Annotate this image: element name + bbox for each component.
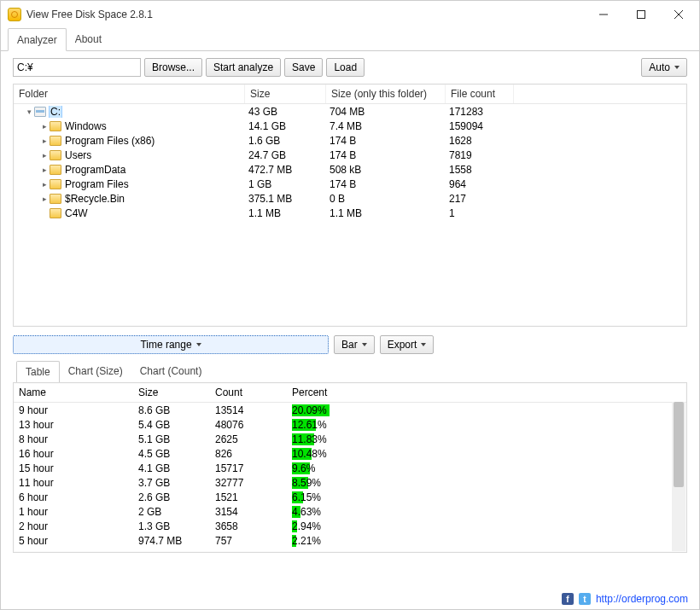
facebook-icon[interactable]: f bbox=[562, 593, 574, 605]
table-row[interactable]: 11 hour3.7 GB327778.59% bbox=[14, 475, 686, 490]
minimize-button[interactable] bbox=[585, 2, 622, 27]
tree-cell-size_only: 7.4 MB bbox=[330, 120, 449, 132]
table-cell-percent: 2.94% bbox=[292, 520, 650, 532]
tree-item-label: C: bbox=[50, 106, 61, 118]
save-button[interactable]: Save bbox=[284, 58, 323, 77]
table-cell-size: 974.7 MB bbox=[138, 535, 215, 547]
tab-chart-count[interactable]: Chart (Count) bbox=[131, 361, 211, 382]
percent-text: 12.61% bbox=[292, 419, 327, 431]
col-file-count[interactable]: File count bbox=[446, 84, 514, 103]
tab-about[interactable]: About bbox=[67, 28, 110, 50]
expand-icon[interactable]: ▸ bbox=[39, 151, 50, 160]
folder-icon bbox=[50, 150, 61, 160]
table-cell-count: 48076 bbox=[215, 419, 292, 431]
scrollbar-thumb[interactable] bbox=[674, 402, 684, 487]
table-cell-name: 11 hour bbox=[19, 477, 138, 489]
tree-body[interactable]: ▾C:43 GB704 MB171283▸Windows14.1 GB7.4 M… bbox=[14, 104, 686, 326]
tree-cell-count: 1 bbox=[449, 207, 517, 219]
table-row[interactable]: 9 hour8.6 GB1351420.09% bbox=[14, 403, 686, 417]
expand-icon[interactable]: ▸ bbox=[39, 195, 50, 203]
tree-item-label: Windows bbox=[65, 120, 107, 132]
footer: f t http://orderprog.com bbox=[562, 593, 688, 605]
tree-cell-size_only: 0 B bbox=[330, 193, 449, 205]
browse-button[interactable]: Browse... bbox=[144, 58, 202, 77]
toolbar: Browse... Start analyze Save Load Auto bbox=[1, 51, 699, 84]
tree-row[interactable]: ▸Windows14.1 GB7.4 MB159094 bbox=[17, 119, 683, 133]
tree-cell-size: 1.6 GB bbox=[248, 135, 330, 147]
col-size-only[interactable]: Size (only this folder) bbox=[326, 84, 446, 103]
website-link[interactable]: http://orderprog.com bbox=[596, 593, 688, 605]
table-row[interactable]: 15 hour4.1 GB157179.6% bbox=[14, 461, 686, 475]
tcol-percent[interactable]: Percent bbox=[287, 383, 645, 402]
tree-row[interactable]: ▸ProgramData472.7 MB508 kB1558 bbox=[17, 162, 683, 177]
tree-cell-size: 1 GB bbox=[248, 178, 330, 190]
main-tabs: Analyzer About bbox=[1, 28, 699, 51]
maximize-button[interactable] bbox=[622, 2, 660, 27]
col-size[interactable]: Size bbox=[245, 84, 326, 103]
tree-cell-name: ▸$Recycle.Bin bbox=[17, 193, 248, 205]
folder-tree-panel: Folder Size Size (only this folder) File… bbox=[13, 84, 687, 327]
window-title: View Free Disk Space 2.8.1 bbox=[26, 9, 585, 20]
table-cell-count: 13514 bbox=[215, 404, 292, 416]
start-analyze-button[interactable]: Start analyze bbox=[206, 58, 281, 77]
tab-chart-size[interactable]: Chart (Size) bbox=[60, 361, 131, 382]
col-folder[interactable]: Folder bbox=[14, 84, 245, 103]
tree-cell-size: 472.7 MB bbox=[248, 164, 330, 176]
table-row[interactable]: 16 hour4.5 GB82610.48% bbox=[14, 446, 686, 461]
close-button[interactable] bbox=[660, 2, 697, 27]
expand-icon[interactable]: ▸ bbox=[39, 166, 50, 174]
tree-cell-size: 14.1 GB bbox=[248, 120, 330, 132]
expand-icon[interactable]: ▸ bbox=[39, 122, 50, 131]
lower-table-panel: Name Size Count Percent 9 hour8.6 GB1351… bbox=[13, 382, 687, 553]
auto-dropdown[interactable]: Auto bbox=[641, 58, 687, 77]
export-dropdown[interactable]: Export bbox=[380, 335, 435, 354]
collapse-icon[interactable]: ▾ bbox=[24, 107, 34, 116]
table-cell-count: 32777 bbox=[215, 477, 292, 489]
tcol-count[interactable]: Count bbox=[210, 383, 287, 402]
folder-icon bbox=[50, 194, 61, 204]
table-cell-name: 5 hour bbox=[19, 535, 138, 547]
table-row[interactable]: 1 hour2 GB31544.63% bbox=[14, 504, 686, 519]
tree-row[interactable]: ▸$Recycle.Bin375.1 MB0 B217 bbox=[17, 191, 683, 206]
table-row[interactable]: 8 hour5.1 GB262511.83% bbox=[14, 432, 686, 446]
table-cell-count: 3658 bbox=[215, 520, 292, 532]
table-cell-size: 4.5 GB bbox=[138, 448, 215, 460]
table-row[interactable]: 5 hour974.7 MB7572.21% bbox=[14, 533, 686, 548]
tree-row[interactable]: C4W1.1 MB1.1 MB1 bbox=[17, 206, 683, 220]
table-cell-name: 1 hour bbox=[19, 506, 138, 518]
table-cell-name: 2 hour bbox=[19, 520, 138, 532]
tcol-size[interactable]: Size bbox=[133, 383, 210, 402]
tree-cell-size_only: 174 B bbox=[330, 178, 449, 190]
lower-section: Time range Bar Export Table Chart (Size)… bbox=[1, 335, 699, 553]
bar-dropdown[interactable]: Bar bbox=[334, 335, 375, 354]
expand-icon[interactable]: ▸ bbox=[39, 137, 50, 145]
tree-cell-name: ▸Program Files bbox=[17, 178, 248, 190]
expand-icon[interactable]: ▸ bbox=[39, 180, 50, 189]
table-body[interactable]: 9 hour8.6 GB1351420.09%13 hour5.4 GB4807… bbox=[14, 403, 686, 552]
tcol-name[interactable]: Name bbox=[14, 383, 133, 402]
table-cell-size: 4.1 GB bbox=[138, 462, 215, 474]
chevron-down-icon bbox=[674, 66, 680, 69]
twitter-icon[interactable]: t bbox=[579, 593, 591, 605]
table-cell-size: 3.7 GB bbox=[138, 477, 215, 489]
path-input[interactable] bbox=[13, 58, 141, 77]
percent-text: 4.63% bbox=[292, 506, 321, 518]
scrollbar[interactable] bbox=[672, 402, 685, 551]
time-range-dropdown[interactable]: Time range bbox=[13, 335, 329, 354]
tree-cell-count: 1558 bbox=[449, 164, 517, 176]
tree-row[interactable]: ▾C:43 GB704 MB171283 bbox=[17, 104, 683, 119]
tree-row[interactable]: ▸Users24.7 GB174 B7819 bbox=[17, 148, 683, 162]
tab-table[interactable]: Table bbox=[16, 361, 60, 383]
tab-analyzer[interactable]: Analyzer bbox=[8, 28, 67, 51]
tree-item-label: $Recycle.Bin bbox=[65, 193, 125, 205]
tree-row[interactable]: ▸Program Files1 GB174 B964 bbox=[17, 177, 683, 191]
tree-cell-size: 24.7 GB bbox=[248, 149, 330, 161]
table-row[interactable]: 13 hour5.4 GB4807612.61% bbox=[14, 417, 686, 432]
load-button[interactable]: Load bbox=[326, 58, 365, 77]
tree-row[interactable]: ▸Program Files (x86)1.6 GB174 B1628 bbox=[17, 133, 683, 148]
drive-icon bbox=[34, 107, 46, 117]
percent-text: 10.48% bbox=[292, 448, 327, 460]
table-cell-count: 1521 bbox=[215, 491, 292, 503]
table-row[interactable]: 2 hour1.3 GB36582.94% bbox=[14, 519, 686, 533]
table-row[interactable]: 6 hour2.6 GB15216.15% bbox=[14, 490, 686, 504]
